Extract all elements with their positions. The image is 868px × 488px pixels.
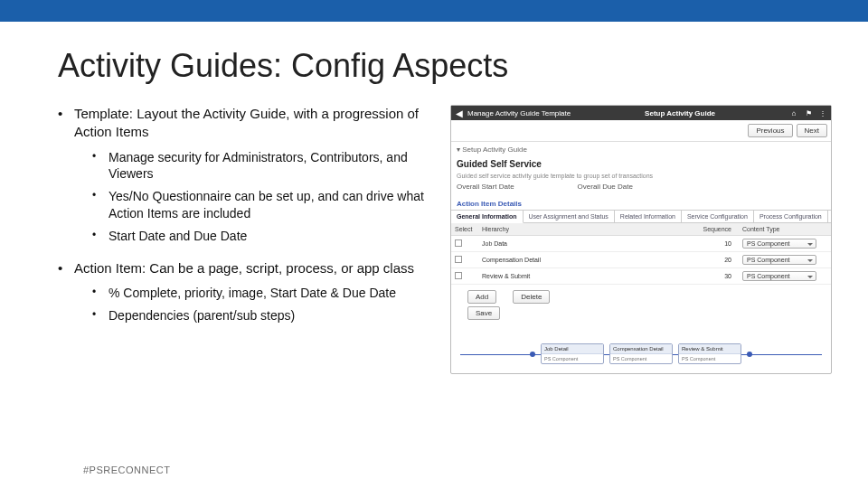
col-select: Select [451,223,478,235]
col-hierarchy: Hierarchy [478,223,693,235]
slide-top-bar [0,0,868,22]
button-row: Add Delete [451,285,831,309]
back-icon[interactable]: ◀ [455,108,464,117]
add-button[interactable]: Add [467,290,496,304]
bullet-column: Template: Layout the Activity Guide, wit… [58,105,447,374]
table-row: Review & Submit 30 PS Component [451,268,831,285]
cell-sequence: 10 [693,238,739,249]
tab-process-configuration[interactable]: Process Configuration [754,211,828,222]
date-row: Overall Start Date Overall Due Date [451,183,831,196]
cell-sequence: 20 [693,254,739,266]
embedded-screenshot: ◀ Manage Activity Guide Template Setup A… [450,105,832,374]
table-row: Compensation Detail 20 PS Component [451,252,831,268]
bullet-level-2: Yes/No Questionnaire can be set up, and … [58,188,447,222]
flow-node-sub: PS Component [679,354,741,363]
cell-hierarchy: Review & Submit [478,270,693,282]
bullet-level-2: Manage security for Administrators, Cont… [58,149,447,183]
flow-node[interactable]: Job Detail PS Component [541,343,604,364]
cell-sequence: 30 [693,270,739,282]
save-button[interactable]: Save [467,306,500,320]
content-type-select[interactable]: PS Component [742,271,816,281]
home-icon[interactable]: ⌂ [789,108,798,117]
flow-dot [530,352,535,357]
header-left-title: Manage Activity Guide Template [467,109,571,117]
app-header: ◀ Manage Activity Guide Template Setup A… [451,106,831,120]
flow-node-title: Review & Submit [679,344,741,354]
footer-hashtag: #PSRECONNECT [83,465,170,475]
delete-button[interactable]: Delete [513,290,550,304]
header-mid-title: Setup Activity Guide [571,109,789,117]
menu-icon[interactable]: ⋮ [818,108,827,117]
bullet-level-1: Template: Layout the Activity Guide, wit… [58,105,447,142]
bullet-level-2: Dependencies (parent/sub steps) [58,307,447,324]
slide-title: Activity Guides: Config Aspects [58,47,832,85]
row-checkbox[interactable] [455,239,462,247]
section-subtext: Guided self service activity guide templ… [451,173,831,183]
content-type-select[interactable]: PS Component [742,255,816,265]
row-checkbox[interactable] [455,272,462,279]
row-checkbox[interactable] [455,256,462,263]
bullet-level-1: Action Item: Can be a page, script, proc… [58,259,447,277]
flow-node-sub: PS Component [610,354,672,363]
slide-body: Activity Guides: Config Aspects Template… [0,22,868,488]
tab-general-information[interactable]: General Information [451,211,524,223]
table-row: Job Data 10 PS Component [451,236,831,252]
flow-node-title: Compensation Detail [610,344,672,354]
next-button[interactable]: Next [797,124,827,137]
flow-dot [747,352,752,357]
button-row-2: Save [451,309,831,323]
flow-node[interactable]: Compensation Detail PS Component [609,343,673,364]
bullet-level-2: Start Date and Due Date [58,228,447,245]
tab-service-configuration[interactable]: Service Configuration [682,211,754,222]
nav-row: Previous Next [451,120,831,142]
previous-button[interactable]: Previous [748,124,792,137]
action-item-details-label: Action Item Details [451,196,831,210]
flag-icon[interactable]: ⚑ [804,108,813,117]
tab-related-information[interactable]: Related Information [615,211,682,222]
content-type-select[interactable]: PS Component [742,239,816,249]
table-header: Select Hierarchy Sequence Content Type [451,223,831,236]
breadcrumb: ▾ Setup Activity Guide [451,142,831,155]
flow-diagram: Job Detail PS Component Compensation Det… [451,334,831,373]
flow-node-sub: PS Component [542,354,603,363]
flow-node[interactable]: Review & Submit PS Component [678,343,741,364]
section-heading: Guided Self Service [451,155,831,173]
due-date-label: Overall Due Date [578,183,633,191]
tab-user-assignment[interactable]: User Assignment and Status [524,211,615,222]
col-sequence: Sequence [693,223,739,235]
start-date-label: Overall Start Date [457,183,514,191]
cell-hierarchy: Compensation Detail [478,254,693,266]
col-content-type: Content Type [739,223,820,235]
flow-node-title: Job Detail [542,344,603,354]
tab-strip: General Information User Assignment and … [451,210,831,223]
bullet-level-2: % Complete, priority, image, Start Date … [58,285,447,302]
cell-hierarchy: Job Data [478,238,693,249]
